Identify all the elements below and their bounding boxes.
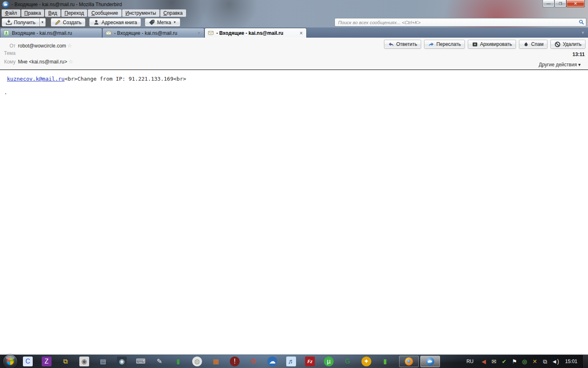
titlebar[interactable]: - Входящие - kai.ns@mail.ru - Mozilla Th…: [0, 0, 588, 9]
menu-go[interactable]: Переход: [61, 9, 88, 17]
email-link[interactable]: kuznecov.k@mail.ru: [7, 76, 65, 82]
window-chrome: - Входящие - kai.ns@mail.ru - Mozilla Th…: [0, 0, 588, 27]
network-status-icon[interactable]: ⧉: [541, 357, 550, 366]
star-icon[interactable]: ☆: [67, 43, 72, 49]
forward-label: Переслать: [436, 41, 461, 47]
app-document-new-icon[interactable]: ▤: [98, 357, 108, 366]
app-filezilla-icon[interactable]: Fz: [305, 357, 315, 366]
usb-safely-remove-icon[interactable]: ✔: [500, 357, 509, 366]
write-button[interactable]: Создать: [51, 18, 86, 27]
app-green-book-icon[interactable]: ▮: [173, 357, 183, 366]
app-music-icon[interactable]: ♬: [286, 357, 296, 366]
search-input[interactable]: [334, 18, 586, 27]
archive-button[interactable]: Архивировать: [468, 40, 516, 49]
app-stylus-icon[interactable]: ✎: [155, 357, 164, 366]
app-globe-icon[interactable]: ◍: [192, 357, 202, 366]
show-desktop-button[interactable]: [582, 355, 588, 368]
tab-message-2-active[interactable]: - Входящие - kai.ns@mail.ru ×: [204, 28, 307, 38]
message-text-line2: .: [4, 89, 7, 95]
inbox-icon: [3, 30, 9, 36]
action-center-flag-icon[interactable]: ⚑: [510, 357, 519, 366]
envelope-icon: [105, 30, 112, 36]
message-actions: Ответить Переслать Архивировать Спам: [384, 40, 586, 49]
volume-icon[interactable]: ◄): [551, 357, 560, 366]
tab-message-1[interactable]: - Входящие - kai.ns@mail.ru ×: [102, 28, 204, 38]
thunderbird-icon: [426, 357, 434, 366]
menu-edit[interactable]: Правка: [21, 9, 45, 17]
reply-button[interactable]: Ответить: [384, 40, 421, 49]
app-webcam-icon[interactable]: ◉: [117, 357, 127, 366]
app-cloud-icon[interactable]: ☁: [267, 357, 277, 366]
app-utorrent-icon[interactable]: µ: [324, 357, 334, 366]
pencil-icon: [55, 19, 61, 25]
tab-label: - Входящие - kai.ns@mail.ru: [216, 30, 296, 36]
tab-close-icon[interactable]: ×: [299, 30, 303, 36]
list-all-tabs-icon[interactable]: ▼: [581, 31, 585, 35]
window-title: - Входящие - kai.ns@mail.ru - Mozilla Th…: [11, 2, 122, 7]
archive-box-icon: [472, 41, 478, 47]
app-camera-icon[interactable]: ◉: [79, 357, 89, 366]
address-book-button[interactable]: Адресная книга: [89, 18, 141, 27]
tab-strip: Входящие - kai.ns@mail.ru - Входящие - k…: [0, 27, 588, 38]
tray-green-app-icon[interactable]: ◎: [520, 357, 529, 366]
app-keyboard-icon[interactable]: ⌨: [136, 357, 146, 366]
app-alert-icon[interactable]: !: [230, 357, 240, 366]
hidden-icons-icon[interactable]: ◀: [479, 357, 488, 366]
junk-button[interactable]: Спам: [519, 40, 548, 49]
menu-help[interactable]: Справка: [160, 9, 186, 17]
menu-view[interactable]: Вид: [45, 9, 61, 17]
new-mail-icon[interactable]: ✉: [489, 357, 498, 366]
minimize-button[interactable]: —: [543, 0, 554, 7]
menu-message[interactable]: Сообщение: [88, 9, 121, 17]
tab-label: Входящие - kai.ns@mail.ru: [12, 30, 99, 36]
start-button[interactable]: [3, 354, 17, 368]
taskbar-clock[interactable]: 15:01: [565, 359, 577, 364]
to-row: Кому Мне <kai.ns@mail.ru> ☆: [0, 59, 73, 65]
app-g-green-icon[interactable]: G: [343, 357, 352, 366]
app-daemon-icon[interactable]: ✦: [361, 357, 371, 366]
menu-tools[interactable]: Инструменты: [122, 9, 159, 17]
close-button[interactable]: ✕: [566, 0, 585, 7]
archive-label: Архивировать: [480, 41, 512, 47]
tab-inbox[interactable]: Входящие - kai.ns@mail.ru: [0, 28, 102, 38]
tag-label: Метка: [157, 20, 171, 25]
delete-button[interactable]: Удалить: [550, 40, 586, 49]
download-icon: [6, 19, 12, 25]
reply-arrow-icon: [388, 41, 394, 47]
get-mail-button[interactable]: Получить: [2, 18, 40, 27]
app-sticky-notes-icon[interactable]: ⧉: [61, 357, 70, 366]
system-tray: RU ◀✉✔⚑◎✕⧉◄) 15:01: [467, 355, 588, 368]
message-time: 13:11: [572, 52, 585, 57]
to-value[interactable]: Мне <kai.ns@mail.ru>: [18, 59, 67, 65]
language-indicator[interactable]: RU: [467, 359, 474, 364]
app-z-icon[interactable]: Z: [42, 357, 52, 366]
menubar: Файл Правка Вид Переход Сообщение Инстру…: [0, 9, 588, 17]
forward-button[interactable]: Переслать: [424, 40, 465, 49]
star-icon[interactable]: ☆: [68, 59, 73, 65]
app-calculator-icon[interactable]: ▦: [211, 357, 221, 366]
to-label: Кому: [0, 59, 16, 65]
app-cleaner-icon[interactable]: ❂: [249, 357, 258, 366]
tab-label: - Входящие - kai.ns@mail.ru: [114, 30, 194, 36]
app-green-gadget-icon[interactable]: ▮: [380, 357, 390, 366]
tag-button[interactable]: Метка ▼: [145, 18, 180, 27]
other-actions-button[interactable]: Другие действия ▾: [539, 62, 581, 68]
app-blue-c-icon[interactable]: C: [23, 357, 33, 366]
no-entry-icon: [554, 41, 561, 47]
envelope-icon: [208, 30, 214, 36]
tray-gold-x-icon[interactable]: ✕: [530, 357, 539, 366]
menu-file[interactable]: Файл: [2, 9, 20, 17]
from-value[interactable]: robot@wowcircle.com: [18, 43, 66, 49]
firefox-taskbar-button[interactable]: [399, 356, 419, 367]
forward-arrow-icon: [428, 41, 434, 47]
search-icon[interactable]: [579, 19, 584, 25]
message-text-line: kuznecov.k@mail.ru<br>Change from IP: 91…: [7, 76, 186, 82]
get-mail-label: Получить: [14, 20, 36, 25]
get-mail-dropdown[interactable]: ▼: [40, 18, 46, 27]
thunderbird-taskbar-button[interactable]: [420, 356, 440, 367]
tab-close-icon[interactable]: ×: [197, 30, 201, 36]
write-label: Создать: [63, 20, 82, 25]
tag-icon: [149, 19, 155, 25]
restore-button[interactable]: ❐: [554, 0, 566, 7]
junk-label: Спам: [531, 41, 543, 47]
